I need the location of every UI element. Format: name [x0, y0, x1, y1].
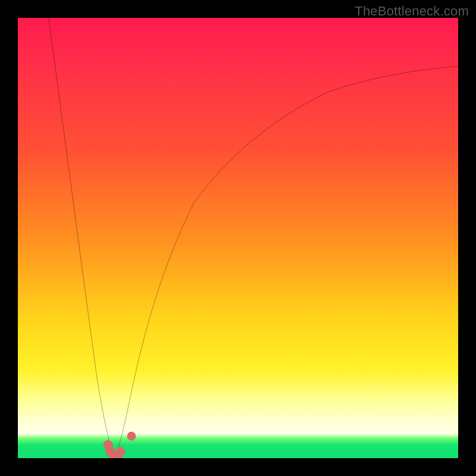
marker-dot — [115, 447, 125, 456]
outer-frame: TheBottleneck.com — [0, 0, 476, 476]
marker-dot — [127, 432, 136, 441]
plot-area — [18, 18, 458, 458]
highlight-markers — [18, 18, 458, 458]
watermark-text: TheBottleneck.com — [355, 4, 469, 19]
